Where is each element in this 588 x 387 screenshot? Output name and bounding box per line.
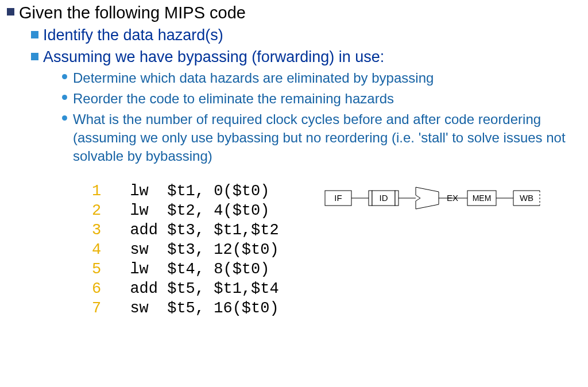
square-bullet-icon — [31, 31, 38, 38]
bullet-level2: Identify the data hazard(s) — [31, 25, 582, 45]
dot-bullet-icon — [62, 115, 67, 121]
bullet-text: Given the following MIPS code — [19, 2, 246, 23]
bullet-text: Assuming we have bypassing (forwarding) … — [43, 47, 384, 67]
bullet-text: Reorder the code to eliminate the remain… — [73, 90, 394, 108]
dot-bullet-icon — [62, 95, 67, 100]
code-and-diagram: 1 lw $t1, 0($t0) 2 lw $t2, 4($t0) 3 add … — [92, 181, 582, 318]
pipeline-stage-wb: WB — [520, 193, 533, 203]
slide-content: Given the following MIPS code Identify t… — [0, 0, 588, 318]
square-bullet-icon — [31, 53, 38, 60]
pipeline-stage-mem: MEM — [472, 194, 491, 203]
bullet-level3: Determine which data hazards are elimina… — [62, 69, 582, 87]
bullet-text: Identify the data hazard(s) — [43, 25, 223, 45]
bullet-level3: Reorder the code to eliminate the remain… — [62, 90, 582, 108]
svg-rect-2 — [369, 191, 372, 206]
pipeline-stage-id: ID — [379, 193, 388, 203]
pipeline-diagram: IF ID EX MEM WB — [324, 184, 542, 215]
svg-rect-4 — [395, 191, 399, 206]
bullet-text: What is the number of required clock cyc… — [73, 110, 582, 165]
bullet-text: Determine which data hazards are elimina… — [73, 69, 434, 87]
bullet-level2: Assuming we have bypassing (forwarding) … — [31, 47, 582, 67]
pipeline-stage-if: IF — [334, 193, 342, 203]
bullet-level1: Given the following MIPS code — [7, 2, 582, 23]
svg-marker-6 — [416, 187, 439, 209]
mips-code-block: 1 lw $t1, 0($t0) 2 lw $t2, 4($t0) 3 add … — [92, 181, 279, 318]
dot-bullet-icon — [62, 74, 67, 79]
square-bullet-icon — [7, 8, 14, 16]
bullet-level3: What is the number of required clock cyc… — [62, 110, 582, 165]
